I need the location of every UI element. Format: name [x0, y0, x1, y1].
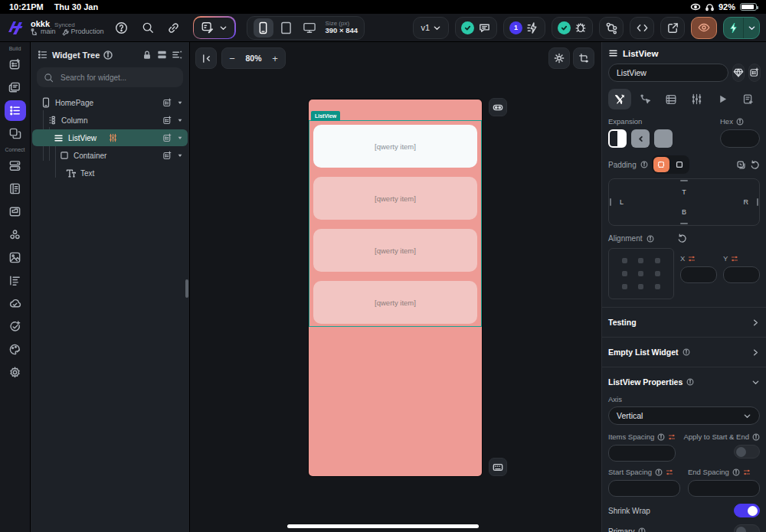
- set-variable-icon[interactable]: [668, 433, 676, 441]
- tab-alignment[interactable]: [686, 89, 709, 109]
- set-variable-icon[interactable]: [688, 255, 696, 263]
- rail-localization[interactable]: [5, 270, 26, 291]
- rail-components[interactable]: [5, 123, 26, 144]
- y-alignment-input[interactable]: [723, 266, 760, 283]
- run-options-chevron[interactable]: [744, 18, 759, 38]
- rail-integrations[interactable]: [5, 224, 26, 245]
- device-tablet-button[interactable]: [277, 18, 296, 38]
- tree-node-column[interactable]: Column: [32, 112, 188, 129]
- rail-settings[interactable]: [5, 362, 26, 383]
- rail-widget-palette[interactable]: [5, 54, 26, 75]
- tab-interactions[interactable]: [634, 89, 657, 109]
- tree-search-input[interactable]: [59, 73, 166, 83]
- section-empty-list[interactable]: Empty List Widget: [608, 344, 760, 361]
- device-phone-button[interactable]: [254, 18, 273, 38]
- list-item[interactable]: [qwerty item]: [313, 177, 477, 220]
- reset-padding-button[interactable]: [750, 160, 760, 170]
- branching-button[interactable]: [599, 17, 624, 39]
- rail-actions[interactable]: [5, 316, 26, 337]
- padding-individual-button[interactable]: [672, 157, 688, 172]
- rail-widget-tree[interactable]: [5, 100, 26, 121]
- set-variable-icon[interactable]: [743, 468, 751, 476]
- zoom-in-button[interactable]: +: [270, 53, 280, 64]
- reset-alignment-button[interactable]: [677, 233, 687, 243]
- environment-indicator[interactable]: Production: [62, 28, 104, 36]
- theme-widget-button[interactable]: [732, 64, 745, 82]
- x-alignment-input[interactable]: [680, 266, 717, 283]
- help-button[interactable]: [112, 18, 132, 38]
- padding-right-handle[interactable]: R: [744, 198, 749, 206]
- design-canvas[interactable]: − 80% + ListView [qwerty item] [qwerty i…: [190, 42, 601, 532]
- version-dropdown[interactable]: v1: [413, 17, 449, 39]
- share-link-button[interactable]: [164, 18, 184, 38]
- apply-start-end-toggle[interactable]: [734, 445, 760, 459]
- rail-media[interactable]: [5, 247, 26, 268]
- start-spacing-input[interactable]: [608, 480, 680, 497]
- run-lightning-icon[interactable]: [724, 18, 744, 38]
- phone-preview[interactable]: ListView [qwerty item] [qwerty item] [qw…: [309, 100, 482, 476]
- expand-chevron[interactable]: [177, 100, 183, 106]
- list-item[interactable]: [qwerty item]: [313, 229, 477, 272]
- collapse-panel-button[interactable]: [195, 47, 217, 69]
- widget-name-input[interactable]: [608, 64, 728, 82]
- expand-chevron[interactable]: [177, 117, 183, 123]
- tab-data[interactable]: [660, 89, 683, 109]
- end-spacing-input[interactable]: [688, 480, 760, 497]
- add-widget-icon[interactable]: [162, 116, 172, 126]
- primary-toggle[interactable]: [734, 524, 760, 532]
- section-listview-properties[interactable]: ListView Properties: [608, 374, 760, 390]
- review-status-group[interactable]: [455, 17, 497, 39]
- tree-node-text[interactable]: Text: [32, 165, 188, 181]
- search-button[interactable]: [138, 18, 158, 38]
- expansion-expand-button[interactable]: [608, 129, 627, 148]
- list-item[interactable]: [qwerty item]: [313, 281, 477, 324]
- rail-cms[interactable]: [5, 178, 26, 199]
- axis-dropdown[interactable]: Vertical: [608, 406, 760, 425]
- run-button[interactable]: [723, 17, 760, 39]
- expansion-collapse-button[interactable]: [631, 129, 650, 148]
- add-widget-icon[interactable]: [162, 151, 172, 161]
- build-status-group[interactable]: 1: [503, 17, 545, 39]
- tree-scrollbar[interactable]: [185, 279, 188, 298]
- alignment-grid[interactable]: [608, 248, 674, 299]
- shrink-wrap-toggle[interactable]: [734, 504, 760, 517]
- open-external-button[interactable]: [660, 17, 685, 39]
- tab-design-tools[interactable]: [608, 89, 631, 109]
- preview-button[interactable]: [691, 17, 717, 39]
- tree-sort-button[interactable]: [172, 49, 183, 60]
- rail-cloud-functions[interactable]: [5, 293, 26, 314]
- list-item[interactable]: [qwerty item]: [313, 125, 477, 168]
- padding-top-handle[interactable]: T: [682, 188, 686, 196]
- keyboard-toggle-button[interactable]: [489, 458, 507, 476]
- tree-info-icon[interactable]: [103, 51, 113, 60]
- zoom-out-button[interactable]: −: [227, 53, 237, 64]
- tab-documentation[interactable]: [737, 89, 760, 109]
- tree-search[interactable]: [37, 67, 183, 87]
- tree-node-listview[interactable]: ListView: [32, 129, 188, 146]
- expand-chevron[interactable]: [177, 135, 183, 141]
- set-variable-icon[interactable]: [666, 468, 673, 476]
- test-status-group[interactable]: [552, 17, 593, 39]
- hex-input[interactable]: [720, 129, 760, 148]
- page-selector-button[interactable]: [194, 18, 234, 38]
- tree-node-container[interactable]: Container: [32, 147, 188, 164]
- padding-bottom-handle[interactable]: B: [682, 208, 686, 216]
- copy-padding-button[interactable]: [736, 160, 746, 170]
- rail-database[interactable]: [5, 155, 26, 176]
- section-testing[interactable]: Testing: [608, 314, 760, 331]
- add-widget-icon[interactable]: [162, 133, 172, 143]
- padding-editor[interactable]: T B L R: [608, 178, 760, 226]
- rail-pages[interactable]: [5, 77, 26, 98]
- rail-files[interactable]: [5, 201, 26, 222]
- canvas-settings-button[interactable]: [573, 47, 594, 69]
- listview-selection-outline[interactable]: ListView [qwerty item] [qwerty item] [qw…: [309, 120, 482, 327]
- expand-chevron[interactable]: [177, 152, 183, 158]
- theme-mode-button[interactable]: [548, 47, 570, 69]
- project-info[interactable]: okkkSynced main Production: [31, 19, 104, 37]
- rail-theme[interactable]: [5, 339, 26, 360]
- tab-actions[interactable]: [711, 89, 734, 109]
- device-frame-toggle-button[interactable]: [489, 98, 507, 116]
- set-variable-icon[interactable]: [731, 255, 738, 263]
- code-view-button[interactable]: [630, 17, 654, 39]
- padding-left-handle[interactable]: L: [620, 198, 624, 206]
